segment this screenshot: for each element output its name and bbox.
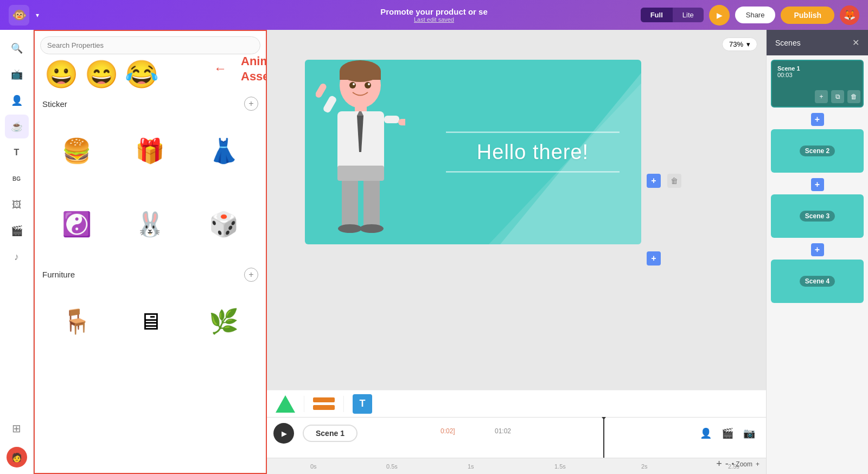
icon-sidebar: 🔍 📺 👤 ☕ T BG 🖼 🎬 ♪ ⊞ 🧑 (0, 30, 34, 474)
publish-button[interactable]: Publish (781, 7, 834, 24)
zoom-value: 73% (729, 40, 743, 48)
user-avatar[interactable]: 🦊 (840, 5, 859, 25)
character-svg (316, 60, 405, 244)
scene2-label: Scene 2 (800, 146, 835, 156)
scene1-add-button[interactable]: + (815, 90, 828, 103)
svg-rect-7 (355, 105, 367, 112)
mode-lite-button[interactable]: Lite (673, 8, 704, 22)
timeline-icons: 👤 🎬 📷 (700, 427, 755, 439)
sticker-grid: 🍔 🎁 👗 ☯️ 🐰 🎲 (40, 116, 260, 259)
tick-05s: 0.5s (386, 463, 398, 470)
svg-point-6 (368, 83, 370, 85)
sticker-rabbit[interactable]: 🐰 (116, 189, 184, 258)
canvas-add-bottom-button[interactable]: + (647, 251, 661, 266)
topbar-subtitle[interactable]: Last edit saved (414, 16, 454, 23)
sidebar-item-film[interactable]: 🎬 (5, 219, 29, 243)
furniture-bean[interactable]: 🌿 (189, 287, 258, 356)
zoom-label: • Zoom (732, 460, 752, 468)
scene-add-row-3: + (771, 240, 864, 260)
sidebar-item-background[interactable]: BG (5, 167, 29, 191)
scene-add-button-1[interactable]: + (811, 113, 824, 126)
zoom-control[interactable]: 73% ▾ (722, 37, 757, 51)
sidebar-item-search[interactable]: 🔍 (5, 36, 29, 60)
sticker-burger[interactable]: 🍔 (42, 116, 111, 185)
sticker-dice[interactable]: 🎲 (189, 189, 258, 258)
svg-rect-11 (322, 95, 337, 114)
emoji-happy[interactable]: 😀 (44, 61, 78, 88)
svg-rect-13 (384, 116, 399, 123)
sidebar-item-video[interactable]: 📺 (5, 62, 29, 86)
shape-orange-bars[interactable] (313, 397, 335, 410)
sticker-yinyang[interactable]: ☯️ (42, 189, 111, 258)
scenes-header: Scenes ✕ (767, 30, 868, 55)
logo-caret[interactable]: ▾ (36, 11, 39, 19)
svg-rect-16 (363, 174, 380, 229)
furniture-add-button[interactable]: + (244, 268, 258, 282)
sticker-add-button[interactable]: + (244, 97, 258, 111)
canvas-scene[interactable]: Hello there! (305, 60, 641, 244)
mode-full-button[interactable]: Full (641, 8, 673, 22)
emoji-tears[interactable]: 😂 (125, 61, 158, 88)
playhead[interactable] (603, 418, 604, 458)
zoom-minus-button[interactable]: - (725, 458, 729, 470)
scene1-copy-button[interactable]: ⧉ (831, 90, 844, 103)
svg-point-4 (365, 82, 371, 89)
emoji-laugh[interactable]: 😄 (85, 61, 118, 88)
assets-panel: AnimatedAssets ← 😀 😄 😂 Sticker + 🍔 🎁 👗 ☯… (34, 30, 267, 474)
sidebar-item-text[interactable]: T (5, 141, 29, 165)
logo[interactable]: 🐵 (9, 5, 29, 26)
hello-text[interactable]: Hello there! (446, 141, 620, 164)
scene1-title: Scene 100:03 (777, 65, 800, 78)
scene3-label: Scene 3 (800, 211, 835, 222)
scene-add-button-2[interactable]: + (811, 178, 824, 191)
bottom-toolbar: T (267, 390, 766, 417)
sticker-section-title: Sticker (42, 99, 67, 109)
preview-play-button[interactable] (709, 5, 730, 26)
scene1-delete-button[interactable]: 🗑 (847, 90, 860, 103)
sticker-section-header: Sticker + (40, 97, 260, 111)
sidebar-user-avatar[interactable]: 🧑 (7, 447, 27, 467)
scenes-close-button[interactable]: ✕ (852, 37, 859, 48)
sticker-dress[interactable]: 👗 (189, 116, 258, 185)
furniture-section-header: Furniture + (40, 268, 260, 282)
avatar-emoji: 🦊 (844, 9, 856, 21)
scenes-list: Scene 100:03 + ⧉ 🗑 + Scene 2 + Scene 3 (767, 55, 868, 474)
scene-card-2[interactable]: Scene 2 (771, 129, 864, 173)
scene-text-box[interactable]: Hello there! (446, 124, 620, 180)
sidebar-item-assets[interactable]: ☕ (5, 115, 29, 138)
sticker-gift[interactable]: 🎁 (116, 116, 184, 185)
share-button[interactable]: Share (735, 7, 776, 23)
tick-15s: 1.5s (554, 463, 566, 470)
scene-card-4[interactable]: Scene 4 (771, 260, 864, 303)
scene-text-line-bottom (446, 172, 620, 173)
film-timeline-icon[interactable]: 🎬 (722, 427, 733, 439)
sidebar-item-music[interactable]: ♪ (5, 245, 29, 269)
text-button[interactable]: T (353, 394, 372, 414)
timeline-play-button[interactable] (273, 423, 294, 444)
canvas-delete-button[interactable]: 🗑 (667, 174, 681, 188)
camera-timeline-icon[interactable]: 📷 (743, 427, 755, 439)
mode-switcher: Full Lite (641, 8, 704, 22)
sidebar-item-add[interactable]: ⊞ (5, 416, 29, 440)
furniture-chair[interactable]: 🖥 (116, 287, 184, 356)
zoom-plus-button[interactable]: + (716, 458, 722, 470)
character-figure (316, 60, 405, 244)
search-input[interactable] (40, 36, 260, 54)
scene-card-1[interactable]: Scene 100:03 + ⧉ 🗑 (771, 60, 864, 108)
shape-triangle-green[interactable] (276, 395, 295, 413)
svg-point-19 (360, 224, 384, 233)
scene-card-3[interactable]: Scene 3 (771, 194, 864, 238)
svg-point-5 (353, 83, 355, 85)
timeline-area: Scene 1 0:02] 01:02 👤 🎬 📷 0s 0.5s 1s 1.5… (267, 417, 766, 474)
scene-add-button-3[interactable]: + (811, 243, 824, 256)
sidebar-item-image[interactable]: 🖼 (5, 193, 29, 217)
character-timeline-icon[interactable]: 👤 (700, 427, 712, 439)
sidebar-item-person[interactable]: 👤 (5, 89, 29, 112)
furniture-desk[interactable]: 🪑 (42, 287, 111, 356)
scene-text-line-top (446, 132, 620, 133)
divider1 (304, 396, 304, 412)
emoji-row: 😀 😄 😂 (40, 61, 260, 88)
svg-point-3 (349, 82, 356, 89)
canvas-add-right-button[interactable]: + (647, 174, 661, 188)
svg-point-18 (338, 224, 362, 233)
